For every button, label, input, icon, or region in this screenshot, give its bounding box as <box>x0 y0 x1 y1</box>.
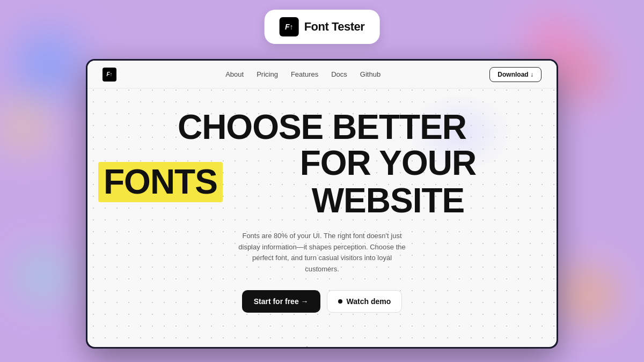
hero-highlight-fonts: FONTS <box>98 162 223 202</box>
cta-primary-button[interactable]: Start for free → <box>242 290 320 313</box>
hero-title-line2: FONTS FOR YOUR WEBSITE <box>98 144 546 220</box>
nav-pricing[interactable]: Pricing <box>257 70 278 78</box>
as-seen-on-section: As seen on 🛡 Approved on SaaSHub P IH <box>87 345 557 347</box>
cta-secondary-label: Watch demo <box>347 297 391 306</box>
bg-blob-teal <box>21 255 64 298</box>
download-button[interactable]: Download ↓ <box>489 67 541 82</box>
navbar: F↑ About Pricing Features Docs Github Do… <box>87 61 557 88</box>
navbar-nav: About Pricing Features Docs Github <box>225 70 380 78</box>
cta-secondary-button[interactable]: Watch demo <box>327 290 402 313</box>
bg-blob-yellow <box>5 107 43 145</box>
as-seen-on-label: As seen on <box>87 345 557 347</box>
watch-demo-dot <box>338 299 342 304</box>
top-logo-icon: F↑ <box>280 17 299 36</box>
nav-about[interactable]: About <box>225 70 244 78</box>
hero-title-rest: FOR YOUR WEBSITE <box>230 144 546 220</box>
device-frame: F↑ About Pricing Features Docs Github Do… <box>86 59 558 349</box>
hero-buttons: Start for free → Watch demo <box>98 290 546 313</box>
device-screen: F↑ About Pricing Features Docs Github Do… <box>87 61 557 347</box>
top-logo-card: F↑ Font Tester <box>265 10 380 44</box>
nav-github[interactable]: Github <box>360 70 380 78</box>
top-logo-name: Font Tester <box>304 20 365 34</box>
bg-blob-red <box>558 54 601 97</box>
nav-features[interactable]: Features <box>291 70 318 78</box>
bg-blob-orange <box>564 271 612 319</box>
hero-subtitle: Fonts are 80% of your UI. The right font… <box>236 231 408 275</box>
navbar-logo: F↑ <box>103 68 116 82</box>
nav-docs[interactable]: Docs <box>331 70 347 78</box>
bg-blob-blue <box>16 32 80 97</box>
navbar-logo-icon: F↑ <box>103 68 116 82</box>
hero-title-line1: CHOOSE BETTER <box>98 110 546 144</box>
hero-section: CHOOSE BETTER FONTS FOR YOUR WEBSITE Fon… <box>87 88 557 323</box>
